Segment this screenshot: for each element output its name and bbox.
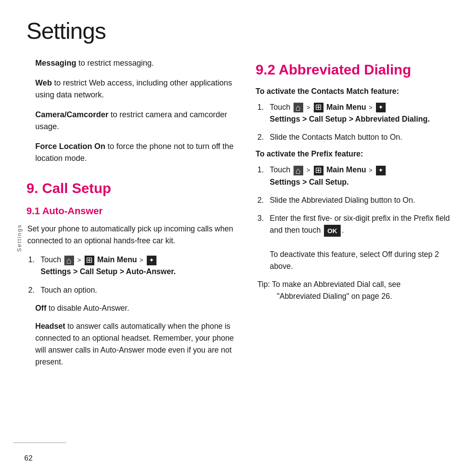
tip-text: Tip: To make an Abbreviated Dial call, s…	[256, 279, 454, 302]
sub-step-off: Off to disable Auto-Answer.	[26, 302, 238, 314]
main-menu-label-3: Main Menu	[326, 165, 366, 174]
step-content-1: Touch > Main Menu > Settings > Call Setu…	[41, 254, 238, 278]
settings-icon-3	[376, 166, 386, 175]
arrow-icon: >	[77, 257, 81, 264]
list-item: Messaging to restrict messaging.	[26, 57, 238, 69]
list-item: Force Location On to force the phone not…	[26, 141, 238, 164]
sub-heading-auto-answer: 9.1 Auto-Answer	[26, 205, 238, 217]
sub-step-headset: Headset to answer calls automatically wh…	[26, 320, 238, 368]
off-label: Off	[35, 304, 46, 312]
prefix-step-3: 3. Enter the first five- or six-digit pr…	[256, 212, 454, 273]
auto-answer-step-2: 2. Touch an option.	[26, 284, 238, 296]
item-label-force-location: Force Location On	[35, 142, 105, 151]
arrow-icon-2: >	[140, 257, 143, 264]
settings-call-abbreviated-label: Settings > Call Setup > Abbreviated Dial…	[270, 115, 430, 123]
step-num-2: 2.	[28, 284, 41, 296]
home-icon-3	[294, 166, 303, 175]
sidebar-label: Settings	[16, 224, 22, 252]
cm-step-2: 2. Slide the Contacts Match button to On…	[256, 131, 454, 143]
home-icon-2	[294, 103, 303, 112]
settings-call-auto-label: Settings > Call Setup > Auto-Answer.	[41, 267, 176, 276]
tip-reference: "Abbreviated Dialing" on page 26.	[257, 292, 392, 301]
left-column: Messaging to restrict messaging. Web to …	[26, 57, 238, 374]
cm-step-num-2: 2.	[257, 131, 270, 143]
prefix-step-num-1: 1.	[257, 164, 270, 188]
arrow-icon-4: >	[369, 104, 372, 111]
main-menu-label: Main Menu	[97, 255, 137, 264]
intro-list: Messaging to restrict messaging. Web to …	[26, 57, 238, 164]
item-text-web: to restrict Web access, including other …	[35, 78, 232, 99]
contacts-match-label: To activate the Contacts Match feature:	[256, 87, 454, 96]
prefix-step-2: 2. Slide the Abbreviated Dialing button …	[256, 194, 454, 206]
tip-label: Tip: To make an Abbreviated Dial call, s…	[257, 280, 401, 289]
prefix-step-content-2: Slide the Abbreviated Dialing button to …	[270, 194, 454, 206]
list-item: Camera/Camcorder to restrict camera and …	[26, 109, 238, 133]
item-text-messaging: to restrict messaging.	[76, 59, 154, 67]
home-icon	[64, 256, 74, 265]
cm-step-content-2: Slide the Contacts Match button to On.	[270, 131, 454, 143]
divider-line	[13, 443, 66, 443]
ok-button: OK	[324, 225, 341, 237]
auto-answer-desc: Set your phone to automatically pick up …	[26, 223, 238, 247]
list-item: Web to restrict Web access, including ot…	[26, 77, 238, 101]
settings-icon	[147, 256, 156, 265]
step-content-2: Touch an option.	[41, 284, 238, 296]
page-title: Settings	[26, 18, 454, 44]
arrow-icon-6: >	[369, 167, 372, 174]
main-menu-label-2: Main Menu	[326, 103, 366, 112]
menu-icon	[85, 256, 94, 265]
item-label-web: Web	[35, 78, 52, 87]
cm-step-content-1: Touch > Main Menu > Settings > Call Setu…	[270, 101, 454, 125]
item-label-camera: Camera/Camcorder	[35, 110, 108, 119]
cm-step-num-1: 1.	[257, 101, 270, 125]
page-number: 62	[24, 454, 33, 463]
right-column: 9.2 Abbreviated Dialing To activate the …	[256, 57, 454, 374]
settings-call-label: Settings > Call Setup.	[270, 178, 349, 186]
sidebar: Settings	[0, 0, 17, 476]
deactivate-text: To deactivate this feature, select Off d…	[270, 250, 439, 271]
prefix-step-num-2: 2.	[257, 194, 270, 206]
prefix-step-1: 1. Touch > Main Menu > Settings > Call S…	[256, 164, 454, 188]
prefix-step-content-3: Enter the first five- or six-digit prefi…	[270, 212, 454, 273]
page: Settings Settings Messaging to restrict …	[0, 0, 476, 476]
headset-label: Headset	[35, 322, 65, 331]
content-wrapper: Messaging to restrict messaging. Web to …	[26, 57, 454, 374]
prefix-step-num-3: 3.	[257, 212, 270, 273]
auto-answer-step-1: 1. Touch > Main Menu > Settings > Call S…	[26, 254, 238, 278]
settings-icon-2	[376, 103, 386, 112]
prefix-label: To activate the Prefix feature:	[256, 149, 454, 159]
cm-step-1: 1. Touch > Main Menu > Settings > Call S…	[256, 101, 454, 125]
section-heading-abbreviated: 9.2 Abbreviated Dialing	[256, 62, 454, 78]
section-heading-call-setup: 9. Call Setup	[26, 180, 238, 197]
arrow-icon-5: >	[306, 167, 310, 174]
menu-icon-3	[314, 166, 324, 175]
step-num-1: 1.	[28, 254, 41, 278]
prefix-step-content-1: Touch > Main Menu > Settings > Call Setu…	[270, 164, 454, 188]
menu-icon-2	[314, 103, 324, 112]
arrow-icon-3: >	[306, 104, 310, 111]
item-label-messaging: Messaging	[35, 59, 76, 67]
